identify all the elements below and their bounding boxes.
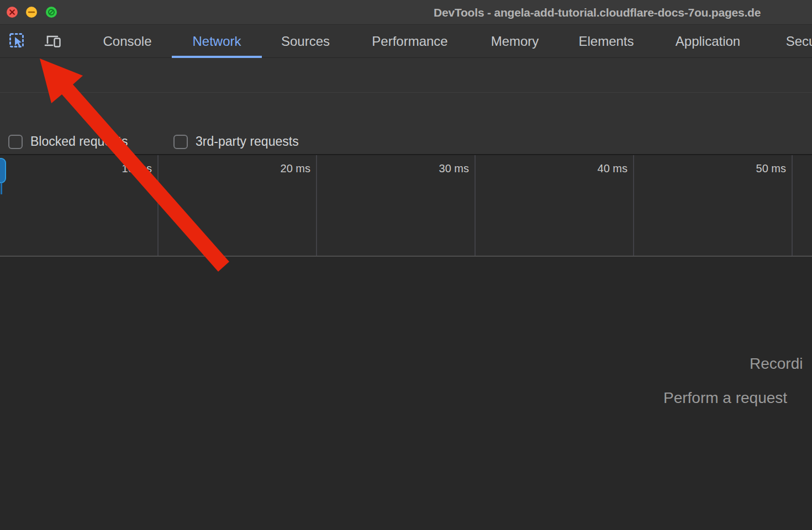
minimize-icon	[26, 7, 37, 18]
timeline-cell: 30 ms	[317, 155, 476, 256]
tab-memory[interactable]: Memory	[471, 25, 559, 58]
network-toolbar: Preserve log Disable cache No throttling	[0, 58, 812, 93]
recording-status-text: Recordi	[750, 355, 803, 373]
checkbox-box	[173, 135, 188, 149]
devtools-tabbar: Console Network Sources Performance Memo…	[0, 25, 812, 58]
minimize-window-button[interactable]	[26, 7, 37, 18]
timeline-cell: 40 ms	[476, 155, 634, 256]
network-filter-row: Invert Hide data URLs Hide extension URL…	[0, 93, 812, 127]
window-titlebar: DevTools - angela-add-tutorial.cloudflar…	[0, 0, 812, 25]
third-party-requests-label: 3rd-party requests	[196, 134, 299, 149]
close-icon	[7, 7, 18, 18]
zoom-window-button[interactable]	[46, 7, 57, 18]
devtools-tabs: Console Network Sources Performance Memo…	[83, 25, 812, 58]
blocked-requests-label: Blocked requests	[30, 134, 128, 149]
close-window-button[interactable]	[7, 7, 18, 18]
tab-security[interactable]: Secu	[762, 25, 812, 58]
window-title: DevTools - angela-add-tutorial.cloudflar…	[434, 0, 761, 25]
timeline-tick-label: 10 ms	[122, 162, 152, 175]
inspect-element-button[interactable]	[7, 30, 29, 52]
tab-performance[interactable]: Performance	[349, 25, 471, 58]
blocked-requests-checkbox[interactable]: Blocked requests	[8, 134, 128, 149]
timeline-cell: 50 ms	[634, 155, 793, 256]
tab-network[interactable]: Network	[172, 25, 262, 58]
device-toolbar-button[interactable]	[42, 30, 64, 52]
timeline-marker-line	[1, 183, 2, 194]
timeline-tick-label: 20 ms	[281, 162, 310, 175]
tab-sources[interactable]: Sources	[262, 25, 349, 58]
network-overview-timeline[interactable]: 10 ms 20 ms 30 ms 40 ms 50 ms	[0, 155, 812, 257]
timeline-tick-label: 50 ms	[756, 162, 786, 175]
inspect-cursor-icon	[8, 31, 28, 51]
request-filters-row: Blocked requests 3rd-party requests	[0, 127, 812, 155]
checkbox-box	[8, 135, 23, 149]
third-party-requests-checkbox[interactable]: 3rd-party requests	[173, 134, 299, 149]
tab-console[interactable]: Console	[83, 25, 172, 58]
timeline-cell: 20 ms	[159, 155, 317, 256]
timeline-marker-handle[interactable]	[0, 158, 6, 183]
tab-application[interactable]: Application	[653, 25, 762, 58]
perform-request-hint-text: Perform a request	[663, 389, 787, 407]
timeline-tick-label: 30 ms	[439, 162, 469, 175]
timeline-cell: 10 ms	[0, 155, 159, 256]
zoom-disabled-icon	[46, 7, 57, 18]
device-toolbar-icon	[43, 31, 63, 51]
tab-elements[interactable]: Elements	[559, 25, 653, 58]
timeline-tick-label: 40 ms	[598, 162, 628, 175]
